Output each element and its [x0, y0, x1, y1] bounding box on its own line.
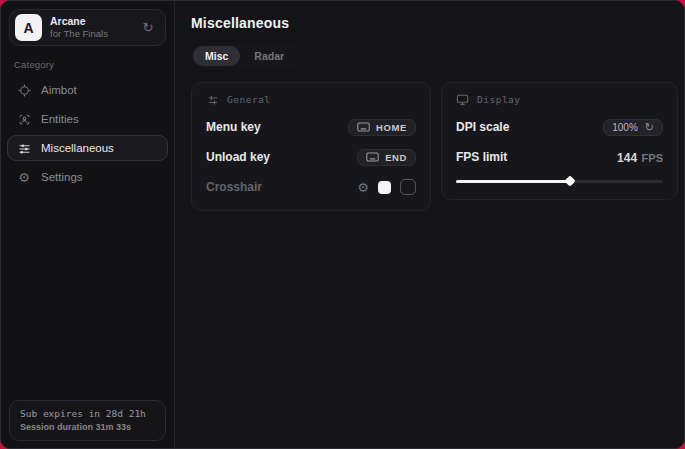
sidebar-item-entities[interactable]: Entities: [7, 106, 168, 132]
display-card-title: Display: [477, 94, 521, 105]
keyboard-icon: [357, 122, 370, 132]
fps-slider-fill: [456, 180, 570, 183]
profile-card: A Arcane for The Finals ↻: [9, 9, 166, 46]
display-card: Display DPI scale 100% ↻ FPS limit 144 F…: [441, 82, 678, 200]
main-content: Miscellaneous Misc Radar General: [175, 1, 685, 448]
sidebar-item-label: Settings: [41, 171, 83, 183]
general-card-header: General: [206, 93, 416, 106]
app-logo: A: [15, 14, 42, 41]
crosshair-checkbox[interactable]: [400, 179, 416, 195]
fps-limit-slider[interactable]: [456, 177, 663, 185]
sidebar-item-settings[interactable]: ⚙ Settings: [7, 164, 168, 190]
general-card: General Menu key HOME Unload key: [191, 82, 431, 211]
entities-scan-icon: [17, 112, 31, 126]
display-card-header: Display: [456, 93, 663, 106]
dpi-scale-value: 100%: [612, 122, 638, 133]
dpi-reset-icon[interactable]: ↻: [645, 122, 654, 133]
crosshair-icon: [17, 83, 31, 97]
crosshair-color-swatch[interactable]: [378, 181, 391, 194]
sync-icon[interactable]: ↻: [140, 20, 156, 36]
fps-limit-label: FPS limit: [456, 150, 507, 164]
crosshair-settings-gear-icon[interactable]: ⚙: [357, 181, 369, 194]
tab-group: Misc Radar: [191, 44, 298, 68]
keyboard-icon: [366, 152, 379, 162]
sidebar-item-label: Entities: [41, 113, 79, 125]
session-duration-text: Session duration 31m 33s: [20, 422, 155, 432]
unload-key-value: END: [385, 152, 407, 163]
profile-names: Arcane for The Finals: [50, 15, 108, 40]
fps-limit-value: 144: [617, 151, 637, 165]
crosshair-controls: ⚙: [357, 179, 416, 195]
sidebar-item-label: Miscellaneous: [41, 142, 114, 154]
dpi-scale-label: DPI scale: [456, 120, 509, 134]
subscription-status-box: Sub expires in 28d 21h Session duration …: [9, 400, 166, 441]
fps-limit-value-group: 144 FPS: [617, 148, 663, 166]
sub-expires-text: Sub expires in 28d 21h: [20, 408, 155, 419]
dpi-scale-row: DPI scale 100% ↻: [456, 118, 663, 136]
sidebar-item-aimbot[interactable]: Aimbot: [7, 77, 168, 103]
fps-limit-row: FPS limit 144 FPS: [456, 148, 663, 166]
general-card-title: General: [227, 94, 271, 105]
menu-key-value: HOME: [376, 122, 407, 133]
gear-icon: ⚙: [17, 170, 31, 184]
app-subtitle: for The Finals: [50, 28, 108, 40]
unload-key-label: Unload key: [206, 150, 270, 164]
cards-row: General Menu key HOME Unload key: [191, 82, 678, 211]
sidebar-item-miscellaneous[interactable]: Miscellaneous: [7, 135, 168, 161]
app-window: A Arcane for The Finals ↻ Category Aimbo…: [0, 0, 685, 449]
tab-misc[interactable]: Misc: [193, 46, 240, 66]
sliders-icon: [206, 93, 219, 106]
sidebar: A Arcane for The Finals ↻ Category Aimbo…: [1, 1, 175, 448]
sidebar-item-label: Aimbot: [41, 84, 77, 96]
crosshair-label: Crosshair: [206, 180, 262, 194]
category-label: Category: [14, 59, 161, 70]
page-title: Miscellaneous: [191, 15, 678, 31]
menu-key-label: Menu key: [206, 120, 261, 134]
unload-key-row: Unload key END: [206, 148, 416, 166]
tab-radar[interactable]: Radar: [242, 46, 296, 66]
menu-key-bind-button[interactable]: HOME: [348, 119, 416, 136]
fps-slider-thumb[interactable]: [564, 175, 575, 186]
sidebar-nav: Aimbot Entities: [1, 77, 174, 190]
dpi-scale-badge[interactable]: 100% ↻: [603, 119, 663, 136]
app-name: Arcane: [50, 15, 108, 28]
crosshair-row: Crosshair ⚙: [206, 178, 416, 196]
menu-key-row: Menu key HOME: [206, 118, 416, 136]
sliders-icon: [17, 141, 31, 155]
unload-key-bind-button[interactable]: END: [357, 149, 416, 166]
fps-limit-unit: FPS: [642, 152, 663, 164]
monitor-icon: [456, 93, 469, 106]
